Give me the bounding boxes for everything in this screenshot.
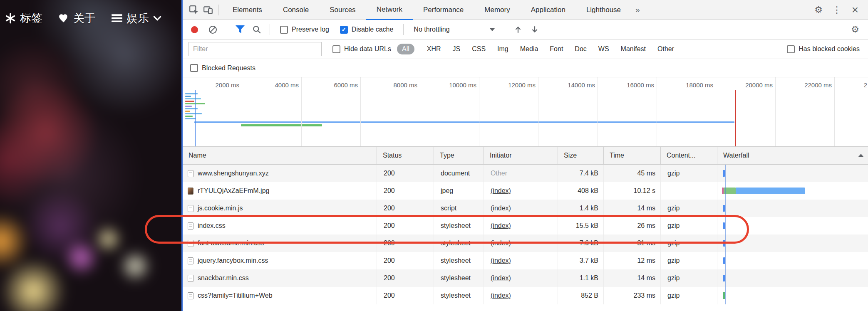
waterfall-cell xyxy=(717,287,868,304)
content-encoding-cell: gzip xyxy=(660,200,717,217)
column-header-content-encoding[interactable]: Content... xyxy=(660,147,717,164)
filter-type-doc[interactable]: Doc xyxy=(575,45,586,53)
has-blocked-cookies-checkbox[interactable]: Has blocked cookies xyxy=(787,45,860,53)
nav-item-entertainment[interactable]: 娱乐 xyxy=(112,11,161,26)
table-row-highlighted[interactable]: index.css 200 stylesheet (index) 15.5 kB… xyxy=(183,217,868,234)
filter-type-font[interactable]: Font xyxy=(550,45,563,53)
request-name: index.css xyxy=(198,222,226,230)
tab-performance[interactable]: Performance xyxy=(413,0,474,20)
tab-application[interactable]: Application xyxy=(521,0,576,20)
device-toolbar-icon[interactable] xyxy=(201,3,215,17)
filter-type-ws[interactable]: WS xyxy=(598,45,609,53)
type-cell: stylesheet xyxy=(434,287,484,304)
more-tabs-button[interactable]: » xyxy=(631,5,644,15)
image-file-icon xyxy=(188,188,193,195)
initiator-link[interactable]: (index) xyxy=(491,222,511,230)
record-button[interactable] xyxy=(191,26,198,33)
content-encoding-cell: gzip xyxy=(660,217,717,234)
timeline-overview[interactable]: 2000 ms4000 ms6000 ms8000 ms10000 ms1200… xyxy=(183,77,868,147)
preserve-log-checkbox[interactable]: Preserve log xyxy=(280,26,329,34)
checkbox-unchecked-icon xyxy=(280,26,288,34)
checkbox-unchecked-icon xyxy=(332,45,340,53)
type-cell: stylesheet xyxy=(434,252,484,269)
filter-type-img[interactable]: Img xyxy=(497,45,508,53)
waterfall-cell xyxy=(717,252,868,269)
tag-asterisk-icon xyxy=(5,13,16,24)
clear-log-icon[interactable] xyxy=(209,26,217,34)
initiator-link[interactable]: (index) xyxy=(491,292,511,299)
throttling-dropdown[interactable]: No throttling xyxy=(414,26,495,33)
stylesheet-file-icon xyxy=(188,222,193,230)
dropdown-arrow-icon xyxy=(490,28,495,31)
inspect-element-icon[interactable] xyxy=(187,3,201,17)
filter-type-xhr[interactable]: XHR xyxy=(427,45,441,53)
heart-icon xyxy=(58,13,69,23)
request-name: font-awesome.min.css xyxy=(198,239,264,247)
initiator-link[interactable]: (index) xyxy=(491,257,511,264)
filter-input[interactable] xyxy=(188,42,322,56)
tab-console[interactable]: Console xyxy=(273,0,319,20)
nav-item-label: 娱乐 xyxy=(126,11,149,26)
webpage-background: 标签 关于 娱乐 xyxy=(0,0,183,311)
network-settings-gear-icon[interactable]: ⚙ xyxy=(848,22,862,37)
initiator-link[interactable]: (index) xyxy=(491,187,511,195)
search-icon[interactable] xyxy=(250,22,264,37)
request-name: www.shengshunyan.xyz xyxy=(198,170,269,177)
close-devtools-icon[interactable]: × xyxy=(848,3,862,17)
table-row[interactable]: font-awesome.min.css 200 stylesheet (ind… xyxy=(183,234,868,252)
nav-item-tags[interactable]: 标签 xyxy=(5,11,42,26)
network-toolbar: Preserve log Disable cache No throttling… xyxy=(183,20,868,39)
size-cell: 408 kB xyxy=(558,182,603,200)
time-cell: 31 ms xyxy=(603,234,660,252)
filter-type-media[interactable]: Media xyxy=(520,45,538,53)
status-cell: 200 xyxy=(377,252,434,269)
hide-data-urls-checkbox[interactable]: Hide data URLs xyxy=(332,45,391,53)
initiator-link[interactable]: (index) xyxy=(491,205,511,212)
script-file-icon xyxy=(188,205,193,212)
column-header-status[interactable]: Status xyxy=(377,147,434,164)
settings-gear-icon[interactable]: ⚙ xyxy=(811,3,826,17)
filter-type-js[interactable]: JS xyxy=(453,45,461,53)
import-har-icon[interactable] xyxy=(511,22,525,37)
blocked-requests-checkbox[interactable]: Blocked Requests xyxy=(190,64,255,72)
table-row[interactable]: css?family=Titillium+Web 200 stylesheet … xyxy=(183,287,868,304)
column-header-size[interactable]: Size xyxy=(558,147,603,164)
table-row[interactable]: rTYULQjAxZaEFmM.jpg 200 jpeg (index) 408… xyxy=(183,182,868,200)
tab-network[interactable]: Network xyxy=(366,0,413,20)
request-name: css?family=Titillium+Web xyxy=(198,292,273,299)
type-cell: stylesheet xyxy=(434,269,484,287)
column-header-waterfall[interactable]: Waterfall xyxy=(717,147,868,164)
time-cell: 10.12 s xyxy=(603,182,660,200)
status-cell: 200 xyxy=(377,182,434,200)
column-header-initiator[interactable]: Initiator xyxy=(484,147,558,164)
devtools-panel: Elements Console Sources Network Perform… xyxy=(183,0,868,311)
time-cell: 14 ms xyxy=(603,269,660,287)
type-cell: jpeg xyxy=(434,182,484,200)
table-row[interactable]: jquery.fancybox.min.css 200 stylesheet (… xyxy=(183,252,868,269)
type-cell: script xyxy=(434,200,484,217)
filter-type-manifest[interactable]: Manifest xyxy=(621,45,646,53)
type-cell: stylesheet xyxy=(434,217,484,234)
filter-funnel-icon[interactable] xyxy=(233,22,247,37)
filter-type-all[interactable]: All xyxy=(397,44,414,54)
more-options-icon[interactable]: ⋮ xyxy=(830,3,844,17)
filter-type-css[interactable]: CSS xyxy=(472,45,486,53)
tab-lighthouse[interactable]: Lighthouse xyxy=(576,0,631,20)
table-row[interactable]: js.cookie.min.js 200 script (index) 1.4 … xyxy=(183,200,868,217)
tab-sources[interactable]: Sources xyxy=(319,0,366,20)
table-row[interactable]: snackbar.min.css 200 stylesheet (index) … xyxy=(183,269,868,287)
initiator-link[interactable]: (index) xyxy=(491,239,511,247)
table-row[interactable]: www.shengshunyan.xyz 200 document Other … xyxy=(183,165,868,182)
column-header-time[interactable]: Time xyxy=(603,147,660,164)
column-header-name[interactable]: Name xyxy=(183,147,377,164)
tab-elements[interactable]: Elements xyxy=(222,0,273,20)
tab-memory[interactable]: Memory xyxy=(474,0,520,20)
column-header-type[interactable]: Type xyxy=(434,147,484,164)
filter-type-other[interactable]: Other xyxy=(657,45,674,53)
time-cell: 233 ms xyxy=(603,287,660,304)
export-har-icon[interactable] xyxy=(528,22,542,37)
disable-cache-checkbox[interactable]: Disable cache xyxy=(340,26,394,34)
nav-item-about[interactable]: 关于 xyxy=(58,11,96,26)
initiator-link[interactable]: (index) xyxy=(491,274,511,282)
stylesheet-file-icon xyxy=(188,292,193,299)
